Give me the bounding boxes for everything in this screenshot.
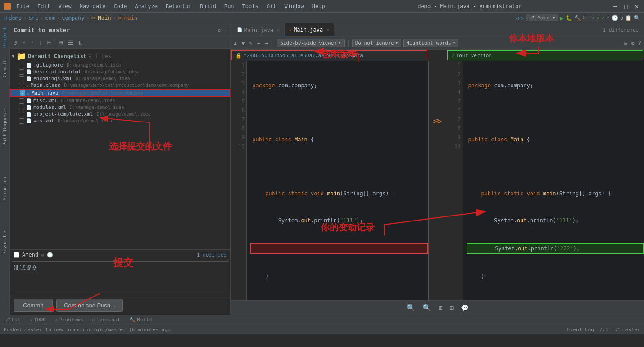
commit-and-push-button[interactable]: Commit and Push... (56, 299, 123, 312)
branch-indicator[interactable]: ⎇ master (614, 327, 640, 333)
file-item-description[interactable]: 📄 description.html D:\manage\demo\.idea (10, 68, 230, 75)
terminal-tab[interactable]: ⊡ Terminal (90, 317, 123, 323)
file-item-main-java[interactable]: ✓ ☕ Main.java D:\manage\demo\src\com\com… (10, 89, 230, 97)
zoom-in-btn[interactable]: 🔍 (422, 303, 431, 312)
project-panel-icon[interactable]: Project (2, 27, 8, 48)
diff-tab-2[interactable]: ☕ Main.java ✕ (285, 23, 334, 36)
file-item-modules[interactable]: 📄 modules.xml D:\manage\demo\.idea (10, 104, 230, 111)
commit-panel-tab[interactable]: Commit (2, 59, 8, 77)
debug-button[interactable]: 🐛 (566, 15, 572, 21)
file-checkbox-gitignore[interactable] (19, 63, 24, 68)
menu-git[interactable]: Git (264, 2, 279, 10)
file-checkbox-description[interactable] (19, 69, 24, 75)
file-checkbox-project-template[interactable] (19, 112, 24, 117)
close-button[interactable]: ✕ (633, 3, 640, 10)
menu-view[interactable]: View (56, 2, 74, 10)
crumb-src[interactable]: src (28, 15, 38, 21)
file-item-misc[interactable]: 📄 misc.xml D:\manage\demo\.idea (10, 97, 230, 104)
git-tab[interactable]: ⎇ Git (2, 317, 23, 323)
menu-run[interactable]: Run (222, 2, 237, 10)
crumb-company[interactable]: company (62, 15, 85, 21)
tab1-close-icon[interactable]: ✕ (277, 27, 280, 32)
build-tab[interactable]: 🔨 Build (127, 317, 154, 323)
diff-down-btn[interactable]: ▼ (240, 39, 246, 47)
file-checkbox-misc[interactable] (19, 98, 24, 104)
menu-navigate[interactable]: Navigate (77, 2, 109, 10)
zoom-out-btn[interactable]: 🔍 (406, 303, 415, 312)
todo-tab[interactable]: ☑ TODO (27, 317, 49, 323)
changelist-header[interactable]: ▼ 📁 Default Changelist 9 files (10, 50, 230, 62)
expand-btn[interactable]: ⊞ (58, 38, 65, 47)
commit-settings-icon[interactable]: ⚙ (218, 27, 221, 33)
down-btn[interactable]: ↓ (37, 38, 44, 47)
menu-refactor[interactable]: Refactor (163, 2, 195, 10)
build-button[interactable]: 🔨 (574, 15, 581, 21)
git-revert[interactable]: ↺ (620, 15, 623, 21)
menu-window[interactable]: Window (281, 2, 306, 10)
branch-dropdown[interactable]: ⎇ Main ▾ (526, 14, 558, 21)
diff-edit-btn[interactable]: ✎ (248, 39, 254, 47)
ignore-dropdown[interactable]: Do not ignore ▾ (352, 39, 402, 47)
menu-build[interactable]: Build (197, 2, 219, 10)
amend-clock-icon[interactable]: 🕐 (47, 252, 53, 258)
event-log-link[interactable]: Event Log (567, 327, 594, 333)
diff-prev-btn[interactable]: ← (256, 39, 262, 47)
commit-button[interactable]: Commit (14, 299, 53, 312)
pull-requests-tab[interactable]: Pull Requests (2, 107, 8, 146)
git-icon2[interactable]: 🔍 (634, 15, 640, 21)
commit-message-input[interactable]: 测试提交 (12, 261, 228, 293)
file-item-vcs[interactable]: 📄 vcs.xml D:\manage\demo\.idea (10, 117, 230, 124)
git-check1[interactable]: ✓ (596, 15, 599, 21)
highlight-dropdown[interactable]: Highlight words ▾ (403, 39, 458, 47)
branch-forward-icon[interactable]: ▷ (521, 15, 524, 21)
file-item-gitignore[interactable]: 📄 .gitignore D:\manage\demo\.idea (10, 62, 230, 68)
menu-code[interactable]: Code (111, 2, 130, 10)
maximize-button[interactable]: □ (622, 3, 630, 10)
crumb-com[interactable]: com (45, 15, 55, 21)
file-checkbox-modules[interactable] (19, 105, 24, 110)
crumb-main-method[interactable]: ⊙ main (118, 15, 137, 21)
sort-btn[interactable]: ⇅ (77, 38, 84, 47)
git-history[interactable]: 🕐 (612, 15, 618, 21)
diff-next-btn[interactable]: → (263, 39, 269, 47)
diff-btn[interactable]: ⊟ (45, 38, 53, 47)
commit-panel-minimize-icon[interactable]: ─ (223, 27, 227, 33)
diff-expand-icon[interactable]: ⊞ (623, 39, 628, 47)
file-checkbox-main-java[interactable]: ✓ (20, 90, 25, 96)
present-btn[interactable]: ⊡ (450, 304, 454, 311)
run-button[interactable]: ▶ (560, 14, 563, 22)
git-icon1[interactable]: 📋 (625, 15, 632, 21)
amend-checkbox[interactable] (14, 252, 19, 258)
file-checkbox-encodings[interactable] (19, 76, 24, 81)
amend-settings-icon[interactable]: ⚙ (41, 252, 44, 258)
diff-up-btn[interactable]: ▲ (232, 39, 238, 47)
fit-btn[interactable]: ⊞ (439, 304, 442, 311)
menu-help[interactable]: Help (309, 2, 328, 10)
diff-tab-1[interactable]: 📄 Main.java ✕ (232, 23, 285, 36)
git-push[interactable]: ↑ (607, 15, 610, 21)
minimize-button[interactable]: ─ (612, 3, 619, 10)
problems-tab[interactable]: ⚠ Problems (52, 317, 86, 323)
viewer-dropdown[interactable]: Side-by-side viewer ▾ (277, 39, 344, 47)
filter-btn[interactable]: ☰ (66, 38, 75, 47)
diff-help-icon[interactable]: ? (637, 39, 642, 47)
up-btn[interactable]: ↑ (29, 38, 36, 47)
crumb-main-class[interactable]: ⊙ Main (91, 15, 111, 21)
menu-edit[interactable]: Edit (35, 2, 53, 10)
favorites-tab[interactable]: Favorites (2, 230, 7, 254)
git-check2[interactable]: ✓ (601, 15, 604, 21)
refresh-btn[interactable]: ↺ (12, 38, 19, 47)
menu-tools[interactable]: Tools (240, 2, 261, 10)
structure-tab[interactable]: Structure (2, 176, 7, 200)
file-checkbox-vcs[interactable] (19, 118, 24, 124)
undo-btn[interactable]: ↶ (20, 38, 27, 47)
diff-settings-icon[interactable]: ⚙ (630, 39, 635, 47)
branch-back-icon[interactable]: ◁ (516, 15, 519, 21)
comment-btn[interactable]: 💬 (461, 304, 468, 311)
menu-file[interactable]: File (14, 2, 32, 10)
file-item-main-class[interactable]: ☕ Main.class D:\manage\demo\out\producti… (10, 82, 230, 89)
file-checkbox-main-class[interactable] (19, 83, 24, 88)
file-item-encodings[interactable]: 📄 encodings.xml D:\manage\demo\.idea (10, 75, 230, 82)
menu-analyze[interactable]: Analyze (132, 2, 160, 10)
crumb-demo[interactable]: demo (9, 15, 22, 21)
